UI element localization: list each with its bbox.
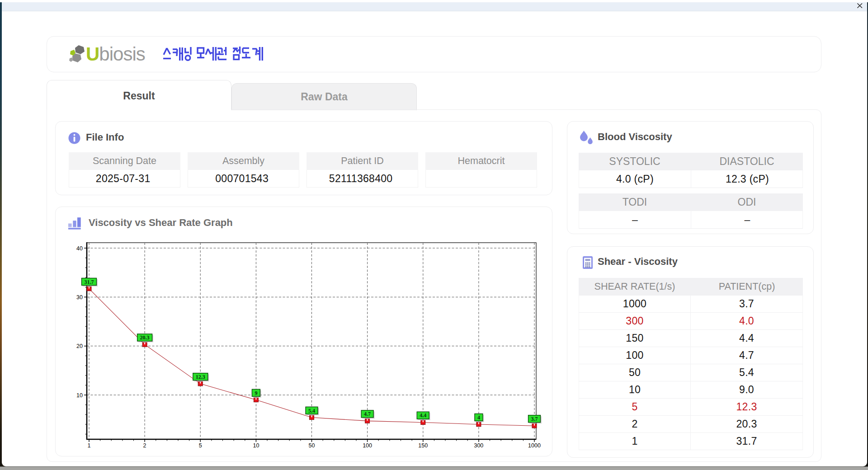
svg-text:5: 5 xyxy=(199,442,202,449)
svg-text:20: 20 xyxy=(76,343,83,349)
svg-text:4.4: 4.4 xyxy=(420,412,426,418)
svg-text:300: 300 xyxy=(474,442,483,449)
svg-text:12.3: 12.3 xyxy=(196,374,205,380)
svg-text:150: 150 xyxy=(418,442,428,449)
svg-text:50: 50 xyxy=(309,442,315,449)
svg-text:31.7: 31.7 xyxy=(85,279,94,285)
svg-text:1: 1 xyxy=(88,442,91,449)
svg-text:4: 4 xyxy=(477,414,480,421)
svg-text:9: 9 xyxy=(255,390,257,396)
svg-text:3.7: 3.7 xyxy=(531,416,538,422)
svg-text:2: 2 xyxy=(143,442,146,449)
svg-text:30: 30 xyxy=(76,294,83,301)
svg-text:20.3: 20.3 xyxy=(140,334,150,341)
svg-text:40: 40 xyxy=(76,245,83,252)
svg-text:100: 100 xyxy=(363,442,372,449)
svg-text:10: 10 xyxy=(253,442,259,449)
svg-text:4.7: 4.7 xyxy=(364,411,371,417)
svg-text:5.4: 5.4 xyxy=(308,408,315,414)
svg-text:10: 10 xyxy=(76,392,83,399)
svg-text:1000: 1000 xyxy=(528,442,541,449)
